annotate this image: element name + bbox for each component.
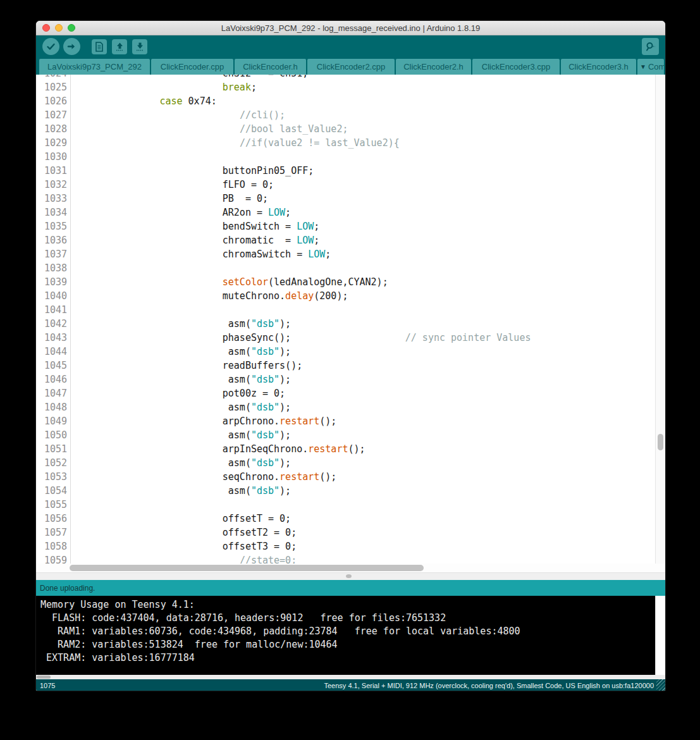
vertical-scroll-thumb[interactable] [658, 434, 663, 450]
editor-tab[interactable]: ClickEncoder.cpp [151, 59, 233, 75]
code-line: 1055 [36, 498, 656, 512]
code-line: 1050 asm("dsb"); [36, 428, 656, 442]
editor-tab[interactable]: LaVoixski9p73_PCM_292 [39, 59, 150, 75]
console-horizontal-scrollbar[interactable] [36, 675, 665, 679]
code-line: 1036 chromatic = LOW; [36, 233, 656, 247]
arrow-down-icon [135, 42, 145, 52]
code-line: 1038 [36, 261, 656, 275]
status-bar: Done uploading. [36, 580, 665, 596]
zoom-button[interactable] [68, 24, 75, 32]
line-number: 1040 [36, 289, 67, 303]
code-line: 1052 asm("dsb"); [36, 456, 656, 470]
serial-monitor-button[interactable] [642, 38, 659, 55]
editor-tab[interactable]: ClickEncoder2.cpp [307, 59, 395, 75]
minimize-button[interactable] [55, 24, 63, 32]
editor-tab[interactable]: ClickEncoder3.cpp [472, 59, 560, 75]
chevron-down-icon: ▼ [640, 63, 646, 70]
editor-tab[interactable]: ClickEncoder.h [235, 59, 306, 75]
code-line: 1043 phaseSync(); // sync pointer Values [36, 331, 656, 345]
line-number: 1033 [36, 192, 67, 206]
line-number: 1034 [36, 206, 67, 219]
code-line: 1032 fLFO = 0; [36, 178, 656, 192]
code-line: 1049 arpChrono.restart(); [36, 414, 656, 428]
line-code: asm("dsb"); [80, 345, 291, 359]
tab-overflow-label: Com [648, 62, 664, 71]
line-code: //state=0; [80, 553, 297, 564]
line-code: offsetT2 = 0; [80, 526, 297, 540]
line-number: 1038 [36, 261, 67, 275]
arrow-right-icon [67, 42, 77, 51]
line-code: chromatic = LOW; [80, 233, 319, 247]
line-code: //bool last_Value2; [80, 122, 348, 136]
line-number: 1030 [36, 150, 67, 164]
line-number: 1045 [36, 359, 67, 373]
code-line: 1046 asm("dsb"); [36, 373, 656, 386]
code-line: 1053 seqChrono.restart(); [36, 470, 656, 484]
new-sketch-button[interactable] [92, 39, 107, 54]
editor-vertical-scrollbar[interactable] [655, 75, 665, 564]
save-button[interactable] [132, 39, 147, 54]
tab-overflow[interactable]: ▼ Com [637, 59, 664, 75]
line-number: 1047 [36, 386, 67, 400]
code-line: 1040 muteChrono.delay(200); [36, 289, 656, 303]
line-code: pot00z = 0; [80, 386, 285, 400]
line-code: fLFO = 0; [80, 178, 274, 192]
toolbar [36, 35, 665, 58]
line-code: break; [80, 80, 257, 94]
code-line: 1059 //state=0; [36, 553, 656, 564]
resize-grip-icon[interactable] [656, 679, 665, 691]
line-number: 1039 [36, 275, 67, 289]
title-bar[interactable]: LaVoixski9p73_PCM_292 - log_message_rece… [36, 21, 665, 35]
caret-line-indicator: 1075 [40, 682, 55, 689]
line-number: 1053 [36, 470, 67, 484]
console-scrollbar[interactable] [655, 596, 665, 675]
line-number: 1042 [36, 317, 67, 331]
code-line: 1042 asm("dsb"); [36, 317, 656, 331]
code-line: 1058 offsetT3 = 0; [36, 540, 656, 553]
line-code: phaseSync(); // sync pointer Values [80, 331, 531, 345]
line-number: 1046 [36, 373, 67, 386]
line-number: 1026 [36, 94, 67, 108]
editor-tab[interactable]: ClickEncoder2.h [396, 59, 471, 75]
line-number: 1052 [36, 456, 67, 470]
code-line: 1039 setColor(ledAnalogOne,CYAN2); [36, 275, 656, 289]
close-button[interactable] [42, 24, 50, 32]
code-line: 1033 PB = 0; [36, 192, 656, 206]
line-number: 1048 [36, 400, 67, 414]
code-line: 1026 case 0x74: [36, 94, 656, 108]
line-code: //cli(); [80, 108, 285, 122]
line-number: 1055 [36, 498, 67, 512]
line-code: //if(value2 != last_Value2){ [80, 136, 400, 150]
console-scroll-thumb[interactable] [37, 675, 51, 679]
line-number: 1029 [36, 136, 67, 150]
editor-console-splitter[interactable] [36, 572, 665, 580]
line-number: 1051 [36, 442, 67, 456]
code-line: 1047 pot00z = 0; [36, 386, 656, 400]
line-code: asm("dsb"); [80, 456, 291, 470]
line-code: case 0x74: [80, 94, 217, 108]
code-editor[interactable]: 1024 chS12 = ch51; 1025 break; 1026 case… [36, 75, 665, 564]
code-line: 1048 asm("dsb"); [36, 400, 656, 414]
line-code: chromaSwitch = LOW; [80, 247, 331, 261]
console-output[interactable]: Memory Usage on Teensy 4.1: FLASH: code:… [36, 596, 665, 675]
editor-horizontal-scrollbar[interactable] [36, 564, 665, 572]
verify-button[interactable] [42, 38, 59, 55]
tab-strip: LaVoixski9p73_PCM_292ClickEncoder.cppCli… [36, 58, 665, 75]
arrow-up-icon [115, 42, 125, 52]
board-info: Teensy 4.1, Serial + MIDI, 912 MHz (over… [324, 682, 654, 689]
line-code: arpInSeqChrono.restart(); [80, 442, 365, 456]
line-number: 1032 [36, 178, 67, 192]
line-code: asm("dsb"); [80, 428, 291, 442]
line-code: asm("dsb"); [80, 373, 291, 386]
horizontal-scroll-thumb[interactable] [70, 565, 424, 571]
line-number: 1031 [36, 164, 67, 178]
open-button[interactable] [112, 39, 127, 54]
line-code: asm("dsb"); [80, 400, 291, 414]
line-code: seqChrono.restart(); [80, 470, 336, 484]
line-number: 1037 [36, 247, 67, 261]
code-line: 1031 buttonPin05_OFF; [36, 164, 656, 178]
editor-tab[interactable]: ClickEncoder3.h [561, 59, 636, 75]
upload-button[interactable] [63, 38, 80, 55]
code-line: 1035 bendSwitch = LOW; [36, 219, 656, 233]
line-number: 1057 [36, 526, 67, 540]
